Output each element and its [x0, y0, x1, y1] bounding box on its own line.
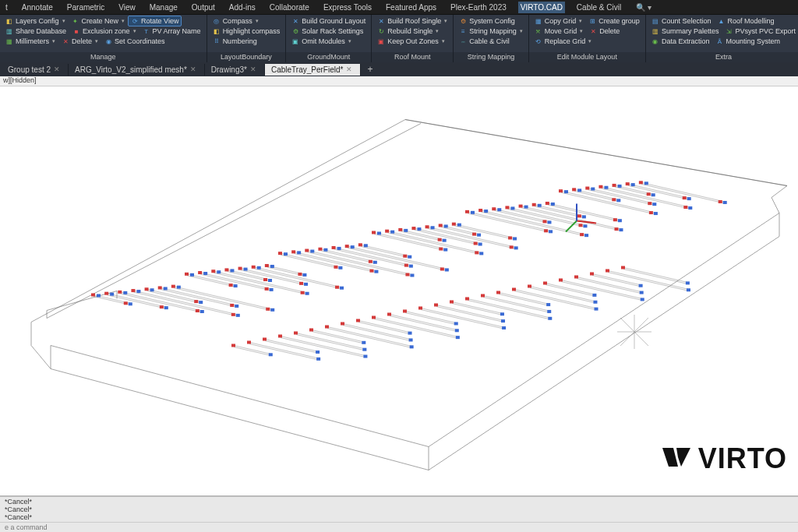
chevron-down-icon: ▾: [133, 28, 136, 34]
build-ground-layout-icon: ✕: [291, 17, 299, 25]
cmd-rotate-view[interactable]: ⟳Rotate View: [129, 16, 181, 26]
svg-rect-205: [595, 308, 598, 311]
menu-tab-featured-apps[interactable]: Featured Apps: [383, 2, 439, 13]
menu-tab-manage[interactable]: Manage: [147, 2, 180, 13]
menu-tab-collaborate[interactable]: Collaborate: [267, 2, 312, 13]
cmd-move-grid[interactable]: ⤧Move Grid▾: [532, 26, 586, 36]
cmd-label: Data Extraction: [662, 37, 710, 45]
string-mapping-icon: ≡: [459, 27, 467, 35]
doc-tab-arg-virto-v2-simplified-mesh-[interactable]: ARG_Virto_V2_simplified mesh*✕: [69, 64, 205, 76]
menu-tab-view[interactable]: View: [116, 2, 138, 13]
cmd-build-roof-single[interactable]: ✕Build Roof Single▾: [375, 16, 450, 26]
svg-rect-120: [492, 207, 496, 210]
svg-rect-195: [501, 319, 505, 322]
cmd-layers-config[interactable]: ◧Layers Config▾: [3, 16, 68, 26]
search-icon[interactable]: 🔍 ▾: [636, 3, 651, 12]
command-prompt[interactable]: e a command: [0, 522, 798, 532]
menu-tab-plex-earth-2023[interactable]: Plex-Earth 2023: [448, 2, 509, 13]
doc-tab-group-test-2[interactable]: Group test 2✕: [2, 64, 69, 76]
cmd-omit-modules[interactable]: ▣Omit Modules▾: [289, 37, 354, 46]
data-extraction-icon: ◉: [651, 37, 659, 45]
svg-rect-6: [160, 305, 164, 308]
doc-tab-drawing3-[interactable]: Drawing3*✕: [205, 64, 265, 76]
new-tab-button[interactable]: +: [361, 64, 379, 75]
cmd-replace-grid[interactable]: ⟲Replace Grid▾: [532, 37, 595, 46]
cmd-label: Layers Config: [16, 17, 59, 25]
cmd-system-config[interactable]: ⚙System Config: [457, 16, 517, 26]
compass-icon: ◎: [213, 17, 221, 25]
svg-rect-17: [150, 288, 154, 291]
drawing-canvas[interactable]: [0, 86, 798, 495]
cmd-build-ground-layout[interactable]: ✕Build Ground Layout: [289, 16, 368, 26]
close-icon[interactable]: ✕: [250, 65, 256, 73]
svg-rect-26: [266, 308, 270, 311]
svg-rect-117: [484, 210, 488, 213]
cmd-label: Numbering: [223, 37, 257, 45]
cmd-millimeters[interactable]: ▦Millimeters▾: [3, 37, 58, 46]
svg-rect-14: [231, 313, 235, 316]
doc-tab-cabletray-perfield-[interactable]: CableTray_PerField*✕: [265, 64, 361, 76]
cmd-pv-array-name[interactable]: TPV Array Name: [140, 26, 203, 36]
cmd-numbering[interactable]: ⠿Numbering: [210, 37, 260, 46]
cmd-pvsyst-pvc-export[interactable]: ⇲PVsyst PVC Export: [722, 26, 798, 36]
svg-rect-121: [497, 208, 501, 211]
cmd-copy-grid[interactable]: ▦Copy Grid▾: [532, 16, 585, 26]
cmd-label: Solar Rack Settings: [302, 27, 363, 35]
cmd-mounting-system[interactable]: ÅMounting System: [713, 37, 782, 46]
cmd-roof-modelling[interactable]: ▲Roof Modelling: [715, 16, 776, 26]
cmd-count-selection[interactable]: ▤Count Selection: [649, 16, 714, 26]
close-icon[interactable]: ✕: [346, 65, 352, 73]
menu-tab-t[interactable]: t: [3, 2, 10, 13]
menu-tab-annotate[interactable]: Annotate: [19, 2, 55, 13]
cmd-exclusion-zone[interactable]: ■Exclusion zone▾: [70, 26, 139, 36]
menu-tab-add-ins[interactable]: Add-ins: [227, 2, 258, 13]
cmd-delete[interactable]: ✕Delete▾: [59, 37, 101, 46]
svg-rect-60: [291, 250, 295, 253]
menu-tab-virto-cad[interactable]: VIRTO.CAD: [518, 2, 565, 13]
svg-rect-184: [356, 319, 360, 322]
close-icon[interactable]: ✕: [54, 65, 60, 73]
highlight-compass-icon: ◧: [213, 27, 221, 35]
cmd-create-new[interactable]: ✦Create New▾: [69, 16, 128, 26]
chevron-down-icon: ▾: [348, 38, 351, 44]
cmd-highlight-compass[interactable]: ◧Highlight compass: [210, 26, 283, 36]
svg-rect-95: [443, 239, 447, 242]
cmd-compass[interactable]: ◎Compass▾: [210, 16, 261, 26]
cmd-set-coordinates[interactable]: ◉Set Coordinates: [102, 37, 168, 46]
panel-title: String Mapping: [454, 52, 528, 62]
svg-rect-38: [301, 291, 305, 294]
cmd-create-group[interactable]: ⊞Create group: [586, 16, 642, 26]
svg-rect-33: [203, 272, 207, 275]
svg-rect-124: [505, 206, 509, 209]
doc-tab-label: Group test 2: [8, 65, 51, 74]
mounting-system-icon: Å: [715, 37, 723, 45]
cmd-solar-rack-settings[interactable]: ⚙Solar Rack Settings: [289, 26, 365, 36]
menu-bar: tAnnotateParametricViewManageOutputAdd-i…: [0, 0, 798, 14]
cmd-string-mapping[interactable]: ≡String Mapping▾: [457, 26, 525, 36]
menu-tab-express-tools[interactable]: Express Tools: [321, 2, 374, 13]
cmd-keep-out-zones[interactable]: ▣Keep Out Zones▾: [375, 37, 447, 46]
svg-rect-86: [439, 248, 443, 251]
svg-rect-113: [471, 211, 475, 214]
svg-rect-180: [325, 326, 329, 329]
close-icon[interactable]: ✕: [190, 65, 196, 73]
model-viewport[interactable]: VIRTO: [0, 86, 798, 495]
cmd-data-extraction[interactable]: ◉Data Extraction: [649, 37, 712, 46]
svg-rect-212: [574, 276, 578, 279]
menu-tab-cable-civil[interactable]: Cable & Civil: [574, 2, 623, 13]
cmd-summary-palettes[interactable]: ▥Summary Palettes: [649, 26, 722, 36]
cmd-rebuild-single[interactable]: ↻Rebuild Single▾: [375, 26, 441, 36]
view-compass[interactable]: [611, 308, 658, 355]
cmd-delete[interactable]: ✕Delete: [587, 26, 622, 36]
svg-rect-154: [683, 206, 687, 209]
cmd-share-database[interactable]: ▥Share Database: [3, 26, 69, 36]
chevron-down-icon: ▾: [52, 38, 55, 44]
svg-rect-31: [234, 284, 238, 287]
svg-rect-138: [613, 218, 617, 221]
cmd-cable-civil[interactable]: ⎓Cable & Civil: [457, 37, 512, 46]
svg-rect-112: [465, 210, 469, 213]
command-window[interactable]: *Cancel* *Cancel* *Cancel* e a command: [0, 495, 798, 532]
svg-rect-97: [417, 227, 421, 231]
menu-tab-output[interactable]: Output: [189, 2, 217, 13]
menu-tab-parametric[interactable]: Parametric: [65, 2, 107, 13]
